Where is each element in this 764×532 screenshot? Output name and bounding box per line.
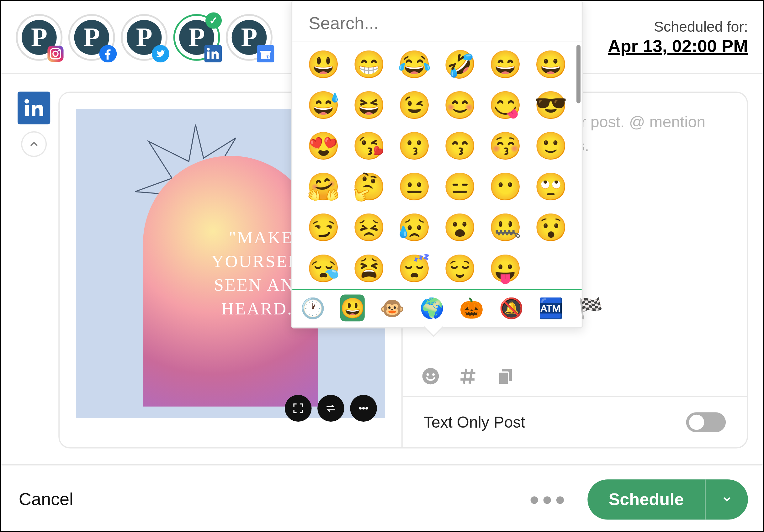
swap-image-button[interactable] — [317, 395, 344, 422]
account-linkedin[interactable]: P✓ — [173, 14, 220, 61]
instagram-icon — [47, 45, 64, 63]
emoji-grid: 😃😁😂🤣😄😀😅😆😉😊😋😎😍😘😗😙😚🙂🤗🤔😐😑😶🙄😏😣😥😮🤐😯😪😫😴😌😛 — [292, 41, 582, 289]
emoji-option[interactable]: 😐 — [391, 166, 437, 207]
emoji-option[interactable]: 🙄 — [528, 166, 574, 207]
emoji-category-smileys[interactable]: 😃 — [340, 295, 365, 322]
svg-rect-7 — [207, 51, 210, 58]
emoji-search-input[interactable] — [308, 13, 567, 34]
svg-point-16 — [363, 407, 365, 410]
copy-button[interactable] — [495, 366, 516, 387]
emoji-option[interactable]: 😎 — [528, 85, 574, 125]
facebook-icon — [99, 45, 117, 63]
emoji-option[interactable]: 🤣 — [437, 44, 482, 85]
emoji-option[interactable]: 🤗 — [300, 166, 346, 207]
emoji-category-animals[interactable]: 🐵 — [380, 295, 404, 322]
account-instagram[interactable]: P — [16, 14, 63, 61]
emoji-option[interactable]: 😯 — [528, 207, 574, 248]
emoji-option[interactable]: 😀 — [528, 44, 574, 85]
emoji-option[interactable]: 😌 — [437, 248, 482, 289]
emoji-option[interactable]: 😂 — [391, 44, 437, 85]
emoji-option[interactable]: 😴 — [391, 248, 437, 289]
svg-point-17 — [366, 407, 368, 410]
emoji-option[interactable]: 😊 — [437, 85, 482, 125]
collapse-button[interactable] — [21, 131, 47, 157]
cancel-button[interactable]: Cancel — [19, 489, 74, 509]
emoji-category-activity[interactable]: 🎃 — [459, 295, 483, 322]
account-twitter[interactable]: P — [121, 14, 167, 61]
expand-image-button[interactable] — [285, 395, 312, 422]
svg-point-8 — [207, 48, 210, 51]
emoji-option[interactable]: 😙 — [437, 125, 482, 166]
emoji-option[interactable]: 😅 — [300, 85, 346, 125]
emoji-option[interactable]: 😄 — [483, 44, 528, 85]
svg-rect-22 — [499, 372, 509, 385]
emoji-button[interactable] — [420, 366, 441, 387]
scheduled-time[interactable]: Scheduled for: Apr 13, 02:00 PM — [608, 18, 748, 56]
text-only-toggle[interactable] — [686, 412, 726, 432]
emoji-option[interactable]: 🙂 — [528, 125, 574, 166]
emoji-option[interactable]: 😑 — [437, 166, 482, 207]
emoji-option[interactable]: 😮 — [437, 207, 482, 248]
emoji-option[interactable]: 😉 — [391, 85, 437, 125]
emoji-picker: 😃😁😂🤣😄😀😅😆😉😊😋😎😍😘😗😙😚🙂🤗🤔😐😑😶🙄😏😣😥😮🤐😯😪😫😴😌😛 🕐😃🐵🌍… — [291, 0, 583, 328]
account-facebook[interactable]: P — [68, 14, 115, 61]
emoji-scrollbar[interactable] — [576, 45, 581, 103]
emoji-option[interactable]: 😏 — [300, 207, 346, 248]
emoji-option[interactable]: 😃 — [300, 44, 346, 85]
emoji-option[interactable]: 😣 — [346, 207, 391, 248]
linkedin-network-icon — [18, 91, 50, 124]
emoji-option[interactable]: 🤐 — [483, 207, 528, 248]
emoji-option[interactable]: 😚 — [483, 125, 528, 166]
emoji-option[interactable]: 😘 — [346, 125, 391, 166]
account-google-mb[interactable]: P — [226, 14, 273, 61]
hashtag-button[interactable] — [458, 366, 478, 387]
account-selector: P P P P✓ P — [16, 14, 273, 61]
text-only-label: Text Only Post — [424, 413, 525, 432]
twitter-icon — [152, 45, 169, 63]
emoji-category-recent[interactable]: 🕐 — [300, 295, 325, 322]
emoji-category-flags[interactable]: 🏁 — [578, 295, 603, 322]
emoji-category-travel[interactable]: 🌍 — [420, 295, 444, 322]
emoji-option[interactable]: 😥 — [391, 207, 437, 248]
emoji-option[interactable]: 😋 — [483, 85, 528, 125]
emoji-option[interactable]: 😪 — [300, 248, 346, 289]
google-business-icon — [257, 45, 275, 63]
emoji-option[interactable]: 😶 — [483, 166, 528, 207]
emoji-option[interactable]: 😁 — [346, 44, 391, 85]
emoji-option[interactable]: 😍 — [300, 125, 346, 166]
check-icon: ✓ — [205, 12, 222, 28]
emoji-option[interactable]: 😛 — [483, 248, 528, 289]
svg-point-15 — [359, 407, 361, 410]
svg-rect-12 — [25, 105, 29, 116]
emoji-category-objects[interactable]: 🏧 — [538, 295, 563, 322]
svg-point-19 — [427, 373, 429, 376]
emoji-category-symbols[interactable]: 🔕 — [499, 295, 523, 322]
emoji-option[interactable]: 😫 — [346, 248, 391, 289]
image-more-button[interactable] — [350, 395, 377, 422]
schedule-button[interactable]: Schedule — [587, 479, 748, 519]
emoji-option[interactable]: 😆 — [346, 85, 391, 125]
svg-point-18 — [423, 368, 439, 385]
svg-point-13 — [25, 99, 29, 103]
svg-point-20 — [432, 373, 435, 376]
svg-point-3 — [58, 49, 60, 51]
emoji-option[interactable]: 🤔 — [346, 166, 391, 207]
more-options-button[interactable]: ●●● — [529, 489, 568, 509]
schedule-dropdown-toggle[interactable] — [706, 479, 748, 519]
emoji-option[interactable]: 😗 — [391, 125, 437, 166]
linkedin-icon — [204, 45, 222, 63]
